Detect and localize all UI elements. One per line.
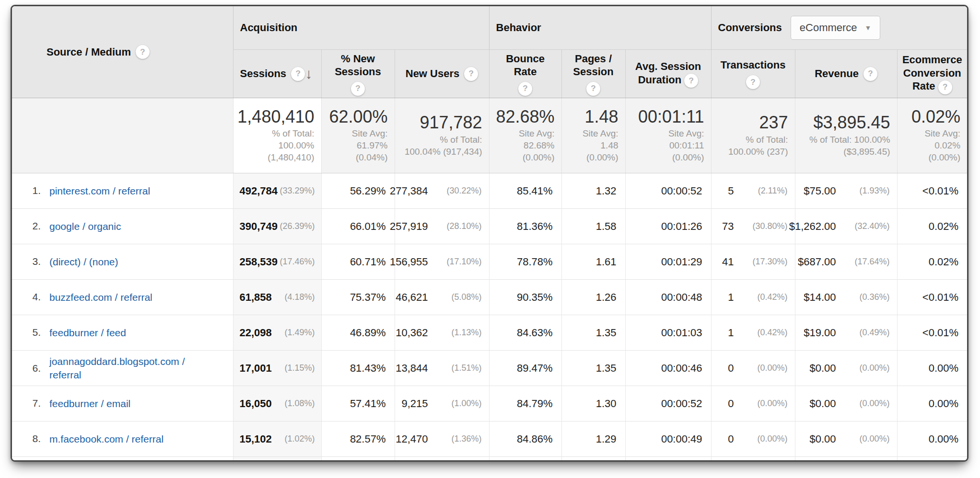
- table-row: 9. familyfreshmeals.com / referral 11,62…: [12, 457, 967, 462]
- revenue-cell: $0.00 (0.00%): [795, 351, 897, 386]
- sessions-cell: 61,858 (4.18%): [233, 280, 321, 315]
- behavior-label: Behavior: [496, 22, 541, 34]
- revenue-value: $19.00: [803, 327, 836, 339]
- source-medium-link[interactable]: pinterest.com / referral: [49, 184, 150, 197]
- new-users-percent: (1.00%): [432, 398, 482, 409]
- transactions-percent: (0.42%): [738, 292, 788, 302]
- help-icon[interactable]: ?: [684, 74, 698, 88]
- source-medium-link[interactable]: m.facebook.com / referral: [49, 432, 163, 445]
- column-header-new-users[interactable]: New Users ?: [395, 50, 489, 98]
- new-users-header-label: New Users: [406, 67, 460, 80]
- new-users-cell: 156,955 (17.10%): [395, 244, 489, 280]
- avg-duration-cell: 00:01:26: [625, 209, 711, 244]
- source-cell: 6. joannagoddard.blogspot.com / referral: [12, 351, 233, 386]
- sessions-value: 22,098: [240, 327, 272, 339]
- revenue-cell: $75.00 (1.93%): [795, 173, 897, 209]
- column-header-source-medium[interactable]: Source / Medium ?: [12, 6, 233, 98]
- source-cell: 7. feedburner / email: [12, 386, 233, 421]
- table-body: 1,480,410 % of Total: 100.00% (1,480,410…: [12, 98, 967, 462]
- transactions-value: 0: [719, 398, 734, 410]
- new-sessions-cell: 57.41%: [321, 386, 395, 421]
- column-header-sessions[interactable]: Sessions ? ↓: [233, 50, 321, 98]
- chevron-down-icon: ▼: [865, 24, 872, 31]
- total-ecom-rate-subtext: Site Avg: 0.02% (0.00%): [901, 127, 961, 163]
- revenue-cell: $687.00 (17.64%): [795, 244, 897, 280]
- help-icon[interactable]: ?: [863, 67, 877, 81]
- column-header-ecom-rate[interactable]: Ecommerce Conversion Rate ?: [897, 50, 967, 98]
- transactions-cell: 5 (2.11%): [711, 173, 795, 209]
- source-cell: 8. m.facebook.com / referral: [12, 421, 233, 457]
- avg-duration-cell: 00:01:29: [625, 244, 711, 280]
- pages-session-cell: 1.61: [561, 244, 625, 280]
- column-header-revenue[interactable]: Revenue ?: [795, 50, 897, 98]
- help-icon[interactable]: ?: [746, 75, 760, 89]
- sessions-value: 15,102: [240, 433, 272, 445]
- source-medium-link[interactable]: buzzfeed.com / referral: [49, 291, 152, 304]
- help-icon[interactable]: ?: [938, 80, 952, 94]
- avg-duration-cell: 00:00:49: [625, 421, 711, 457]
- source-medium-label: Source / Medium: [47, 46, 131, 58]
- help-icon[interactable]: ?: [586, 82, 600, 96]
- sessions-value: 492,784: [240, 185, 278, 197]
- transactions-cell: 1 (0.42%): [711, 280, 795, 315]
- avg-duration-cell: 00:00:48: [625, 280, 711, 315]
- group-header-conversions: Conversions eCommerce ▼: [711, 6, 967, 50]
- revenue-cell: $1,262.00 (32.40%): [795, 209, 897, 244]
- source-medium-report-table: Source / Medium ? Acquisition Behavior C…: [12, 6, 967, 462]
- total-ecom-rate-value: 0.02%: [901, 107, 961, 126]
- total-avg-duration-value: 00:01:11: [630, 107, 704, 126]
- column-header-new-sessions[interactable]: % New Sessions ?: [321, 50, 395, 98]
- help-icon[interactable]: ?: [136, 45, 150, 59]
- total-sessions-value: 1,480,410: [237, 107, 315, 126]
- avg-duration-cell: 00:00:52: [625, 173, 711, 209]
- transactions-percent: (2.11%): [738, 186, 788, 196]
- revenue-value: $75.00: [803, 185, 836, 197]
- transactions-percent: (0.00%): [738, 398, 788, 409]
- total-new-users-value: 917,782: [399, 113, 482, 132]
- help-icon[interactable]: ?: [464, 67, 478, 81]
- new-users-percent: (1.36%): [432, 434, 482, 444]
- source-medium-link[interactable]: feedburner / feed: [49, 326, 126, 339]
- bounce-rate-cell: 84.86%: [489, 421, 561, 457]
- new-users-percent: (5.08%): [432, 292, 482, 302]
- revenue-percent: (0.00%): [840, 398, 890, 409]
- new-users-percent: (1.51%): [432, 363, 482, 373]
- sort-descending-icon[interactable]: ↓: [305, 67, 313, 81]
- sessions-percent: (33.29%): [280, 186, 315, 196]
- source-cell: 9. familyfreshmeals.com / referral: [12, 457, 233, 462]
- source-medium-link[interactable]: (direct) / (none): [49, 255, 118, 268]
- row-rank: 2.: [24, 220, 49, 232]
- pages-session-cell: 1.35: [561, 351, 625, 386]
- source-medium-link[interactable]: feedburner / email: [49, 397, 130, 410]
- help-icon[interactable]: ?: [518, 82, 532, 96]
- ecom-rate-header-label: Ecommerce Conversion Rate: [902, 54, 962, 92]
- help-icon[interactable]: ?: [291, 67, 305, 81]
- conversions-dropdown-value: eCommerce: [800, 22, 857, 34]
- sessions-cell: 22,098 (1.49%): [233, 315, 321, 351]
- total-bounce-rate: 82.68% Site Avg: 82.68% (0.00%): [489, 98, 561, 173]
- new-users-cell: 257,919 (28.10%): [395, 209, 489, 244]
- column-header-avg-duration[interactable]: Avg. Session Duration ?: [625, 50, 711, 98]
- new-users-cell: 10,499 (1.14%): [395, 457, 489, 462]
- sessions-cell: 11,623 (0.79%): [233, 457, 321, 462]
- new-users-percent: (17.10%): [432, 257, 482, 267]
- total-sessions: 1,480,410 % of Total: 100.00% (1,480,410…: [233, 98, 321, 173]
- table-row: 4. buzzfeed.com / referral 61,858 (4.18%…: [12, 280, 967, 315]
- source-medium-link[interactable]: joannagoddard.blogspot.com / referral: [49, 355, 212, 381]
- column-header-transactions[interactable]: Transactions ?: [711, 50, 795, 98]
- column-header-bounce-rate[interactable]: Bounce Rate ?: [489, 50, 561, 98]
- new-users-percent: (1.13%): [432, 328, 482, 338]
- column-header-pages-session[interactable]: Pages / Session ?: [561, 50, 625, 98]
- help-icon[interactable]: ?: [351, 82, 365, 96]
- revenue-percent: (0.49%): [840, 328, 890, 338]
- total-transactions: 237 % of Total: 100.00% (237): [711, 98, 795, 173]
- conversions-goal-dropdown[interactable]: eCommerce ▼: [791, 16, 881, 40]
- revenue-value: $0.00: [803, 433, 836, 445]
- sessions-percent: (1.08%): [284, 398, 315, 409]
- sessions-percent: (1.15%): [284, 363, 315, 373]
- pages-session-cell: 1.30: [561, 386, 625, 421]
- total-new-sessions-subtext: Site Avg: 61.97% (0.04%): [326, 127, 388, 163]
- pages-session-header-label: Pages / Session: [566, 52, 621, 79]
- totals-row: 1,480,410 % of Total: 100.00% (1,480,410…: [12, 98, 967, 173]
- source-medium-link[interactable]: google / organic: [49, 220, 121, 233]
